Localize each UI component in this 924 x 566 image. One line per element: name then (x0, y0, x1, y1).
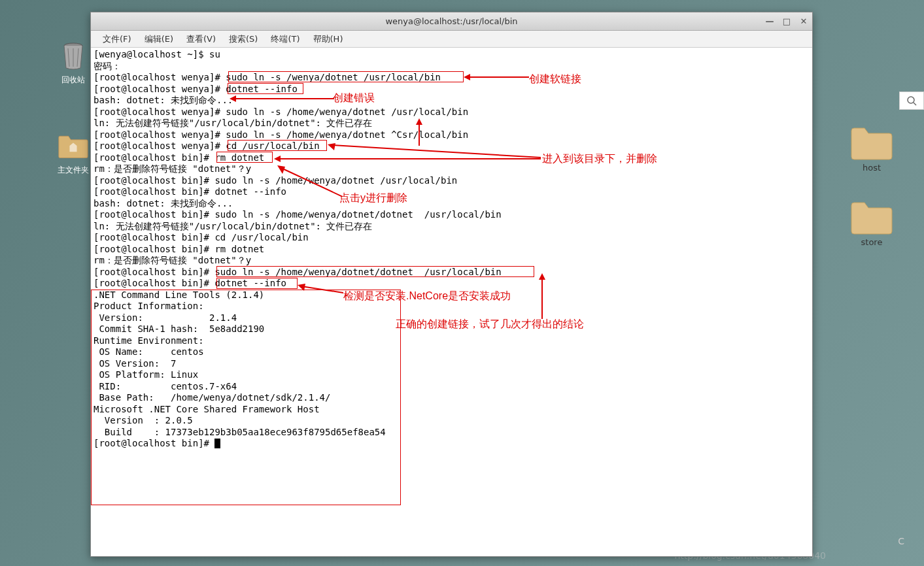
terminal-line: Build : 17373eb129b3b05aa18ece963f8795d6… (94, 427, 810, 439)
terminal-line: [root@localhost bin]# dotnet --info (94, 278, 810, 290)
minimize-button[interactable]: — (765, 17, 774, 26)
terminal-line: Base Path: /home/wenya/dotnet/sdk/2.1.4/ (94, 392, 810, 404)
terminal-line: [root@localhost wenya]# sudo ln -s /home… (94, 107, 810, 118)
terminal-line: [root@localhost bin]# rm dotnet (94, 152, 810, 164)
terminal-content[interactable]: [wenya@localhost ~]$ su密码：[root@localhos… (91, 48, 812, 556)
terminal-line: bash: dotnet: 未找到命令... (94, 95, 810, 107)
terminal-line: OS Name: centos (94, 346, 810, 358)
annotation-text: 创建错误 (333, 92, 375, 105)
menu-help[interactable]: 帮助(H) (307, 31, 350, 47)
folder-icon (849, 124, 895, 161)
terminal-line: Microsoft .NET Core Shared Framework Hos… (94, 404, 810, 416)
menubar: 文件(F) 编辑(E) 查看(V) 搜索(S) 终端(T) 帮助(H) (91, 31, 812, 48)
right-folder-host[interactable]: host (819, 124, 924, 173)
folder-label: host (819, 163, 924, 173)
terminal-line: Version : 2.0.5 (94, 415, 810, 427)
folder-icon (849, 199, 895, 235)
folder-label: store (819, 237, 924, 247)
terminal-line: [root@localhost bin]# dotnet --info (94, 186, 810, 198)
terminal-line: RID: centos.7-x64 (94, 381, 810, 393)
annotation-text: 创建软链接 (529, 73, 581, 86)
menu-terminal[interactable]: 终端(T) (264, 31, 306, 47)
terminal-line: bash: dotnet: 未找到命令... (94, 198, 810, 210)
annotation-text: 进入到该目录下，并删除 (542, 152, 657, 165)
annotation-text: 点击y进行删除 (339, 191, 407, 205)
menu-edit[interactable]: 编辑(E) (138, 31, 180, 47)
terminal-line: [root@localhost wenya]# sudo ln -s /home… (94, 129, 810, 141)
terminal-line: [root@localhost bin]# cd /usr/local/bin (94, 232, 810, 244)
trash-icon (58, 41, 89, 72)
menu-view[interactable]: 查看(V) (180, 31, 222, 47)
terminal-line: [wenya@localhost ~]$ su (94, 49, 810, 61)
maximize-button[interactable]: □ (782, 17, 791, 26)
terminal-line: ln: 无法创建符号链接"/usr/local/bin/dotnet": 文件已… (94, 221, 810, 233)
terminal-line: [root@localhost bin]# (94, 438, 810, 450)
terminal-line: [root@localhost bin]# sudo ln -s /home/w… (94, 175, 810, 187)
terminal-line: OS Version: 7 (94, 358, 810, 370)
menu-file[interactable]: 文件(F) (96, 31, 138, 47)
terminal-line: rm：是否删除符号链接 "dotnet"？y (94, 255, 810, 267)
terminal-line: Runtime Environment: (94, 335, 810, 347)
terminal-window: wenya@localhost:/usr/local/bin — □ ✕ 文件(… (90, 12, 813, 557)
right-folder-store[interactable]: store (819, 199, 924, 247)
terminal-line: [root@localhost bin]# sudo ln -s /home/w… (94, 209, 810, 221)
close-button[interactable]: ✕ (799, 17, 808, 26)
terminal-line: ln: 无法创建符号链接"/usr/local/bin/dotnet": 文件已… (94, 118, 810, 129)
terminal-line: 密码： (94, 61, 810, 73)
terminal-line: OS Platform: Linux (94, 369, 810, 381)
terminal-line: rm：是否删除符号链接 "dotnet"？y (94, 163, 810, 175)
terminal-line: [root@localhost bin]# sudo ln -s /home/w… (94, 267, 810, 278)
terminal-line: [root@localhost wenya]# sudo ln -s /weny… (94, 72, 810, 84)
terminal-line: [root@localhost bin]# rm dotnet (94, 244, 810, 256)
annotation-text: 正确的创建链接，试了几次才得出的结论 (396, 318, 584, 331)
menu-search[interactable]: 搜索(S) (222, 31, 264, 47)
window-title: wenya@localhost:/usr/local/bin (385, 16, 517, 26)
home-folder-icon (58, 131, 89, 162)
window-titlebar[interactable]: wenya@localhost:/usr/local/bin — □ ✕ (91, 12, 812, 31)
bottom-indicator: C (898, 536, 904, 546)
terminal-line: [root@localhost wenya]# dotnet --info (94, 84, 810, 95)
annotation-text: 检测是否安装.NetCore是否安装成功 (343, 290, 511, 303)
cursor (214, 439, 220, 448)
terminal-line: [root@localhost wenya]# cd /usr/local/bi… (94, 141, 810, 152)
